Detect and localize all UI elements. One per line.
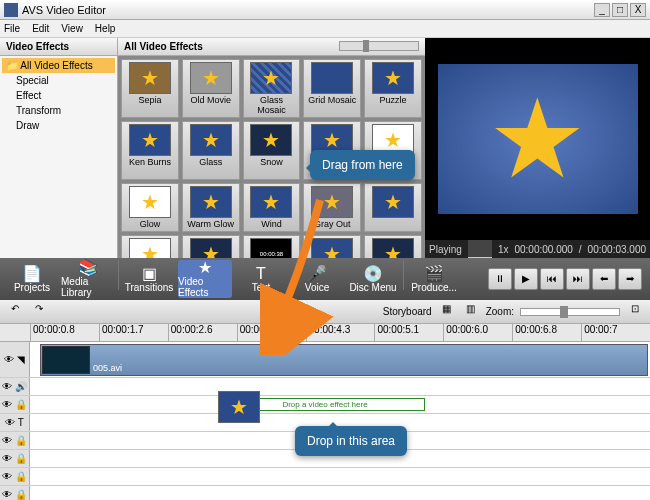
zoom-slider[interactable]: [520, 308, 620, 316]
callout-drag: Drag from here: [310, 150, 415, 180]
app-icon: [4, 3, 18, 17]
effect-puzzle[interactable]: ★Puzzle: [364, 59, 422, 118]
timeline-ruler[interactable]: 00:00:0.800:00:1.700:00:2.600:00:3.400:0…: [0, 324, 650, 342]
playback-btn-0[interactable]: ⏸: [488, 268, 512, 290]
sidebar-item-0[interactable]: All Video Effects: [2, 58, 115, 73]
video-track[interactable]: 005.avi: [30, 342, 650, 377]
playback-btn-4[interactable]: ⬅: [592, 268, 616, 290]
toolbar-video-effects[interactable]: ★Video Effects: [178, 260, 232, 298]
menu-edit[interactable]: Edit: [32, 23, 49, 34]
toolbar-projects[interactable]: 📄Projects: [5, 260, 59, 298]
playback-btn-2[interactable]: ⏮: [540, 268, 564, 290]
zoom-fit-button[interactable]: ⊡: [626, 303, 644, 321]
menubar: File Edit View Help: [0, 20, 650, 38]
sidebar-item-4[interactable]: Draw: [0, 118, 117, 133]
playback-btn-1[interactable]: ▶: [514, 268, 538, 290]
effect-snow[interactable]: ★Snow: [243, 121, 301, 180]
track-7-header[interactable]: 👁 🔒: [0, 468, 30, 485]
maximize-button[interactable]: □: [612, 3, 628, 17]
sidebar-item-2[interactable]: Effect: [0, 88, 117, 103]
effect-sepia[interactable]: ★Sepia: [121, 59, 179, 118]
playback-btn-3[interactable]: ⏭: [566, 268, 590, 290]
effect-grid-mosaic[interactable]: Grid Mosaic: [303, 59, 361, 118]
effect-wide-angle[interactable]: ★Wide Angle: [303, 235, 361, 258]
preview-viewport: ★: [425, 38, 650, 240]
thumbnail-size-slider[interactable]: [339, 41, 419, 51]
effect-track[interactable]: Drop a video effect here: [30, 396, 650, 413]
menu-view[interactable]: View: [61, 23, 83, 34]
effect-wind[interactable]: ★Wind: [243, 183, 301, 232]
playback-seek[interactable]: [468, 240, 492, 258]
toolbar-media-library[interactable]: 📚Media Library: [61, 260, 115, 298]
sidebar-header: Video Effects: [0, 38, 117, 56]
star-icon: ★: [488, 84, 587, 194]
effect-item-14[interactable]: ★: [364, 183, 422, 232]
playback-current: 00:00:00.000: [514, 244, 572, 255]
effect-film[interactable]: ★Film: [182, 235, 240, 258]
redo-button[interactable]: ↷: [30, 303, 48, 321]
zoom-label: Zoom:: [486, 306, 514, 317]
dragged-effect: ★: [218, 391, 260, 423]
effect-glow[interactable]: ★Glow: [121, 183, 179, 232]
titlebar: AVS Video Editor _ □ X: [0, 0, 650, 20]
track-5-header[interactable]: 👁 🔒: [0, 432, 30, 449]
effect-gray-out[interactable]: ★Gray Out: [303, 183, 361, 232]
sidebar-item-3[interactable]: Transform: [0, 103, 117, 118]
toolbar-voice[interactable]: 🎤Voice: [290, 260, 344, 298]
undo-button[interactable]: ↶: [6, 303, 24, 321]
menu-help[interactable]: Help: [95, 23, 116, 34]
effect-newsprint[interactable]: ★Newsprint: [121, 235, 179, 258]
toolbar-text[interactable]: TText: [234, 260, 288, 298]
timeline-toolbar: ↶ ↷ Storyboard ▦ ▥ Zoom: ⊡: [0, 300, 650, 324]
preview-panel: ★ Playing 1x 00:00:00.000 / 00:00:03.000: [425, 38, 650, 258]
effect-timer[interactable]: 00:00:38Timer: [243, 235, 301, 258]
menu-file[interactable]: File: [4, 23, 20, 34]
text-track-header[interactable]: 👁 T: [0, 414, 30, 431]
storyboard-label[interactable]: Storyboard: [383, 306, 432, 317]
effect-particles[interactable]: ★Particles: [364, 235, 422, 258]
main-toolbar: 📄Projects📚Media Library▣Transitions★Vide…: [0, 258, 650, 300]
sidebar-item-1[interactable]: Special: [0, 73, 117, 88]
view-toggle-1[interactable]: ▦: [438, 303, 456, 321]
audio-track[interactable]: [30, 378, 650, 395]
track-8-header[interactable]: 👁 🔒: [0, 486, 30, 500]
toolbar-produce-[interactable]: 🎬Produce...: [407, 260, 461, 298]
playback-btn-5[interactable]: ➡: [618, 268, 642, 290]
playback-duration: 00:00:03.000: [588, 244, 646, 255]
effects-header: All Video Effects: [124, 41, 203, 52]
effect-old-movie[interactable]: ★Old Movie: [182, 59, 240, 118]
video-clip[interactable]: 005.avi: [40, 344, 648, 376]
clip-thumbnail: [42, 346, 90, 374]
effect-glass[interactable]: ★Glass: [182, 121, 240, 180]
clip-name: 005.avi: [91, 361, 124, 375]
effect-track-header[interactable]: 👁 🔒: [0, 396, 30, 413]
effect-ken-burns[interactable]: ★Ken Burns: [121, 121, 179, 180]
effect-warm-glow[interactable]: ★Warm Glow: [182, 183, 240, 232]
video-track-header[interactable]: 👁 ◥: [0, 342, 30, 377]
callout-drop: Drop in this area: [295, 426, 407, 456]
playback-speed: 1x: [498, 244, 509, 255]
effects-panel: All Video Effects ★Sepia★Old Movie★Glass…: [118, 38, 425, 258]
close-button[interactable]: X: [630, 3, 646, 17]
view-toggle-2[interactable]: ▥: [462, 303, 480, 321]
toolbar-transitions[interactable]: ▣Transitions: [122, 260, 176, 298]
app-title: AVS Video Editor: [22, 4, 594, 16]
sidebar: Video Effects All Video EffectsSpecialEf…: [0, 38, 118, 258]
track-6-header[interactable]: 👁 🔒: [0, 450, 30, 467]
audio-track-header[interactable]: 👁 🔊: [0, 378, 30, 395]
toolbar-disc-menu[interactable]: 💿Disc Menu: [346, 260, 400, 298]
effect-glass-mosaic[interactable]: ★Glass Mosaic: [243, 59, 301, 118]
playback-status: Playing: [429, 244, 462, 255]
minimize-button[interactable]: _: [594, 3, 610, 17]
